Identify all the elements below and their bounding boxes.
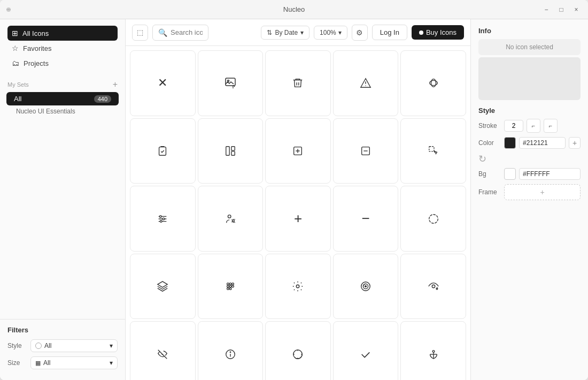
set-all-label: All xyxy=(14,95,21,103)
set-item-all[interactable]: All 440 xyxy=(6,92,119,105)
icon-layers[interactable] xyxy=(130,254,196,320)
icon-user-settings[interactable] xyxy=(198,186,264,252)
icon-progress[interactable] xyxy=(265,321,331,380)
icon-image-edit[interactable] xyxy=(198,50,264,116)
set-nucleo-label: Nucleo UI Essentials xyxy=(16,108,75,115)
icon-trash[interactable] xyxy=(265,50,331,116)
icon-close[interactable]: ✕ xyxy=(130,50,196,116)
icon-info[interactable] xyxy=(198,321,264,380)
gear-icon: ⚙ xyxy=(356,28,363,37)
rotate-hint: ↻ xyxy=(478,153,581,165)
style-value: All xyxy=(44,342,51,349)
icon-minus[interactable]: − xyxy=(333,186,399,252)
icon-loop[interactable] xyxy=(400,50,466,116)
minimize-button[interactable]: − xyxy=(541,4,552,15)
app-window: ··· Nucleo − □ × ⊞ All Icons ☆ Favorites… xyxy=(0,0,588,380)
icon-minus-box[interactable] xyxy=(333,118,399,184)
svg-point-14 xyxy=(228,215,231,218)
color-value[interactable]: #212121 xyxy=(519,137,566,149)
icon-panels[interactable] xyxy=(198,118,264,184)
style-filter-row: Style All ▾ xyxy=(7,339,118,352)
icon-plus[interactable]: + xyxy=(265,186,331,252)
sidebar-item-all-icons[interactable]: ⊞ All Icons xyxy=(7,26,118,41)
svg-point-29 xyxy=(432,285,435,288)
stroke-label: Stroke xyxy=(478,122,501,130)
bg-value[interactable]: #FFFFFF xyxy=(519,168,581,180)
style-filter-select[interactable]: All ▾ xyxy=(30,339,118,352)
size-filter-select[interactable]: ▦ All ▾ xyxy=(30,356,118,369)
sort-button[interactable]: ⇅ By Date ▾ xyxy=(261,26,310,40)
add-set-button[interactable]: + xyxy=(113,80,118,89)
icon-target[interactable] xyxy=(333,254,399,320)
icon-eye-settings[interactable] xyxy=(400,254,466,320)
icon-apps[interactable] xyxy=(198,254,264,320)
right-panel: Info No icon selected Style Stroke ⌐ ⌐ xyxy=(470,19,588,380)
my-sets-section: My Sets + xyxy=(0,75,125,91)
sidebar: ⊞ All Icons ☆ Favorites 🗂 Projects My Se… xyxy=(0,19,126,380)
style-filter-label: Style xyxy=(7,342,26,349)
svg-point-22 xyxy=(232,285,234,287)
frame-row: Frame + xyxy=(478,184,581,200)
search-box[interactable]: 🔍 xyxy=(152,25,208,41)
buy-button[interactable]: Buy Icons xyxy=(412,25,464,40)
svg-rect-5 xyxy=(226,147,229,156)
color-swatch[interactable] xyxy=(504,137,516,149)
main-layout: ⊞ All Icons ☆ Favorites 🗂 Projects My Se… xyxy=(0,19,588,380)
bg-row: Bg #FFFFFF xyxy=(478,168,581,180)
dot-1: ··· xyxy=(6,7,11,12)
bg-swatch[interactable] xyxy=(504,168,516,180)
folder-icon: 🗂 xyxy=(12,59,19,67)
set-item-nucleo-ui[interactable]: Nucleo UI Essentials xyxy=(3,105,122,117)
icons-grid-wrapper[interactable]: ✕ xyxy=(126,46,470,380)
svg-point-34 xyxy=(293,349,303,359)
sidebar-all-icons-label: All Icons xyxy=(22,29,49,37)
icon-add-box[interactable] xyxy=(265,118,331,184)
icon-clipboard-check[interactable] xyxy=(130,118,196,184)
svg-point-28 xyxy=(365,286,367,287)
stroke-input[interactable] xyxy=(504,120,523,132)
svg-point-19 xyxy=(232,283,234,285)
svg-point-16 xyxy=(429,214,438,223)
sidebar-item-favorites[interactable]: ☆ Favorites xyxy=(7,41,118,56)
icon-check[interactable] xyxy=(333,321,399,380)
icon-sliders[interactable] xyxy=(130,186,196,252)
svg-point-17 xyxy=(227,283,229,285)
svg-point-32 xyxy=(230,352,230,352)
icon-warning[interactable] xyxy=(333,50,399,116)
settings-button[interactable]: ⚙ xyxy=(352,25,368,41)
export-button[interactable]: ⬚ xyxy=(132,25,148,41)
color-add-button[interactable]: + xyxy=(569,137,581,149)
svg-point-35 xyxy=(432,350,435,352)
search-icon: 🔍 xyxy=(158,28,167,37)
frame-add-button[interactable]: + xyxy=(504,184,581,200)
buy-dot-icon xyxy=(419,31,423,35)
maximize-button[interactable]: □ xyxy=(556,4,567,15)
svg-rect-4 xyxy=(159,147,166,156)
toolbar: ⬚ 🔍 ⇅ By Date ▾ 100% ▾ ⚙ xyxy=(126,19,470,46)
grid-icon: ⊞ xyxy=(12,29,18,37)
login-button[interactable]: Log In xyxy=(372,25,407,40)
my-sets-label: My Sets xyxy=(7,81,29,88)
sidebar-projects-label: Projects xyxy=(24,59,49,67)
size-filter-row: Size ▦ All ▾ xyxy=(7,356,118,369)
frame-label: Frame xyxy=(478,188,501,196)
icon-selection-cursor[interactable] xyxy=(400,118,466,184)
size-select-inner: ▦ All xyxy=(35,359,50,367)
icon-anchor[interactable] xyxy=(400,321,466,380)
chevron-down-icon: ▾ xyxy=(110,342,113,349)
svg-point-11 xyxy=(160,215,162,217)
icon-eye-closed[interactable] xyxy=(130,321,196,380)
svg-point-20 xyxy=(227,285,229,287)
sidebar-item-projects[interactable]: 🗂 Projects xyxy=(7,56,118,71)
search-input[interactable] xyxy=(171,28,203,36)
zoom-button[interactable]: 100% ▾ xyxy=(314,26,347,40)
window-dots: ··· xyxy=(6,7,11,12)
close-button[interactable]: × xyxy=(571,4,582,15)
stroke-sharp-button[interactable]: ⌐ xyxy=(544,119,558,133)
svg-point-15 xyxy=(233,219,235,222)
icon-settings[interactable] xyxy=(265,254,331,320)
stroke-round-button[interactable]: ⌐ xyxy=(527,119,540,133)
color-row: Color #212121 + xyxy=(478,137,581,149)
icon-spinner[interactable] xyxy=(400,186,466,252)
star-icon: ☆ xyxy=(12,44,19,52)
